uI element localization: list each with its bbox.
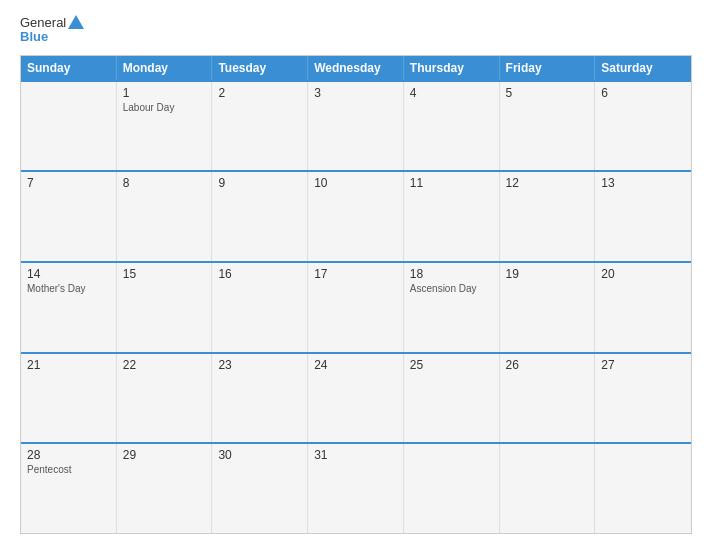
weekday-header-friday: Friday xyxy=(500,56,596,80)
day-number: 19 xyxy=(506,267,589,281)
calendar-cell: 17 xyxy=(308,263,404,352)
day-number: 1 xyxy=(123,86,206,100)
day-number: 8 xyxy=(123,176,206,190)
calendar-cell: 31 xyxy=(308,444,404,533)
weekday-header-monday: Monday xyxy=(117,56,213,80)
calendar-body: 1Labour Day234567891011121314Mother's Da… xyxy=(21,80,691,533)
calendar-cell xyxy=(500,444,596,533)
calendar-cell: 8 xyxy=(117,172,213,261)
calendar-grid: SundayMondayTuesdayWednesdayThursdayFrid… xyxy=(20,55,692,534)
calendar-cell: 27 xyxy=(595,354,691,443)
day-number: 5 xyxy=(506,86,589,100)
day-number: 12 xyxy=(506,176,589,190)
holiday-label: Mother's Day xyxy=(27,283,110,294)
day-number: 7 xyxy=(27,176,110,190)
calendar-cell: 25 xyxy=(404,354,500,443)
calendar-cell: 28Pentecost xyxy=(21,444,117,533)
calendar-cell: 4 xyxy=(404,82,500,171)
day-number: 16 xyxy=(218,267,301,281)
calendar-week-5: 28Pentecost293031 xyxy=(21,442,691,533)
weekday-header-sunday: Sunday xyxy=(21,56,117,80)
weekday-header-row: SundayMondayTuesdayWednesdayThursdayFrid… xyxy=(21,56,691,80)
logo-blue: Blue xyxy=(20,30,48,44)
day-number: 25 xyxy=(410,358,493,372)
calendar-cell: 9 xyxy=(212,172,308,261)
day-number: 27 xyxy=(601,358,685,372)
day-number: 26 xyxy=(506,358,589,372)
day-number: 22 xyxy=(123,358,206,372)
calendar-cell: 13 xyxy=(595,172,691,261)
calendar-cell xyxy=(404,444,500,533)
calendar-cell: 15 xyxy=(117,263,213,352)
calendar-cell: 12 xyxy=(500,172,596,261)
calendar-cell: 1Labour Day xyxy=(117,82,213,171)
day-number: 18 xyxy=(410,267,493,281)
holiday-label: Ascension Day xyxy=(410,283,493,294)
day-number: 3 xyxy=(314,86,397,100)
calendar-cell: 20 xyxy=(595,263,691,352)
calendar-cell: 22 xyxy=(117,354,213,443)
calendar-cell: 7 xyxy=(21,172,117,261)
calendar-cell: 2 xyxy=(212,82,308,171)
calendar-cell: 6 xyxy=(595,82,691,171)
day-number: 10 xyxy=(314,176,397,190)
holiday-label: Labour Day xyxy=(123,102,206,113)
logo-general: General xyxy=(20,16,66,30)
calendar-page: General Blue SundayMondayTuesdayWednesda… xyxy=(0,0,712,550)
day-number: 21 xyxy=(27,358,110,372)
day-number: 2 xyxy=(218,86,301,100)
calendar-cell: 26 xyxy=(500,354,596,443)
day-number: 17 xyxy=(314,267,397,281)
weekday-header-tuesday: Tuesday xyxy=(212,56,308,80)
day-number: 9 xyxy=(218,176,301,190)
calendar-cell: 23 xyxy=(212,354,308,443)
day-number: 15 xyxy=(123,267,206,281)
day-number: 28 xyxy=(27,448,110,462)
calendar-cell: 14Mother's Day xyxy=(21,263,117,352)
calendar-cell: 21 xyxy=(21,354,117,443)
calendar-cell: 5 xyxy=(500,82,596,171)
day-number: 31 xyxy=(314,448,397,462)
calendar-cell: 24 xyxy=(308,354,404,443)
day-number: 29 xyxy=(123,448,206,462)
day-number: 6 xyxy=(601,86,685,100)
day-number: 11 xyxy=(410,176,493,190)
weekday-header-saturday: Saturday xyxy=(595,56,691,80)
day-number: 24 xyxy=(314,358,397,372)
calendar-cell: 18Ascension Day xyxy=(404,263,500,352)
weekday-header-wednesday: Wednesday xyxy=(308,56,404,80)
calendar-week-3: 14Mother's Day15161718Ascension Day1920 xyxy=(21,261,691,352)
calendar-cell: 16 xyxy=(212,263,308,352)
holiday-label: Pentecost xyxy=(27,464,110,475)
calendar-week-2: 78910111213 xyxy=(21,170,691,261)
day-number: 23 xyxy=(218,358,301,372)
calendar-cell xyxy=(595,444,691,533)
calendar-cell xyxy=(21,82,117,171)
calendar-cell: 11 xyxy=(404,172,500,261)
day-number: 14 xyxy=(27,267,110,281)
day-number: 20 xyxy=(601,267,685,281)
logo: General Blue xyxy=(20,16,84,45)
weekday-header-thursday: Thursday xyxy=(404,56,500,80)
day-number: 4 xyxy=(410,86,493,100)
calendar-cell: 29 xyxy=(117,444,213,533)
logo-triangle-icon xyxy=(68,15,84,29)
calendar-week-1: 1Labour Day23456 xyxy=(21,80,691,171)
calendar-cell: 3 xyxy=(308,82,404,171)
day-number: 30 xyxy=(218,448,301,462)
day-number: 13 xyxy=(601,176,685,190)
page-header: General Blue xyxy=(20,16,692,45)
calendar-week-4: 21222324252627 xyxy=(21,352,691,443)
calendar-cell: 10 xyxy=(308,172,404,261)
calendar-cell: 30 xyxy=(212,444,308,533)
calendar-cell: 19 xyxy=(500,263,596,352)
